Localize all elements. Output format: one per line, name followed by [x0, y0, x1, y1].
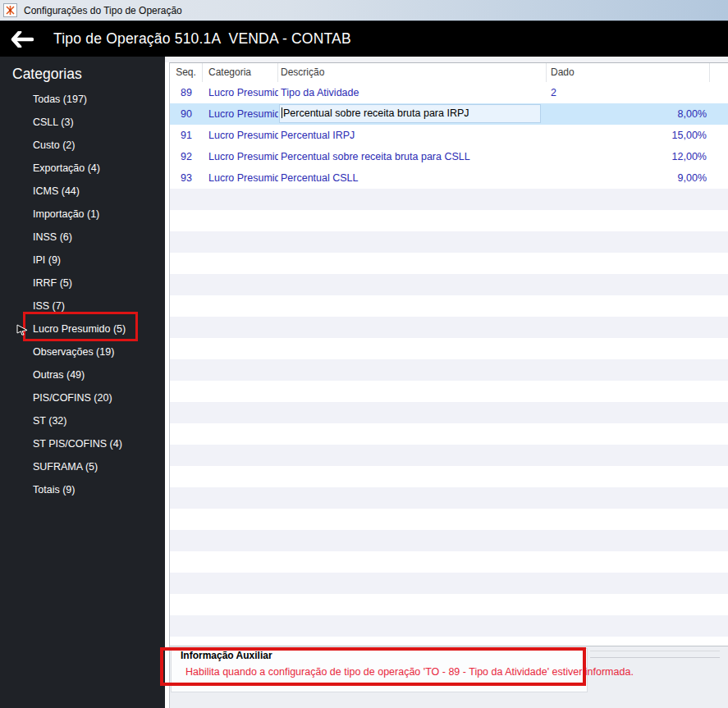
empty-table-row: [170, 615, 728, 637]
empty-table-row: [170, 253, 728, 274]
empty-table-row: [170, 231, 728, 253]
cell-descricao: Tipo da Atividade: [278, 82, 547, 103]
cell-descricao: Percentual sobre receita bruta para IRPJ: [278, 103, 547, 125]
grid-rows: 89Lucro PresumidoTipo da Atividade290Luc…: [170, 82, 728, 189]
table-row[interactable]: 89Lucro PresumidoTipo da Atividade2: [170, 82, 728, 103]
app-logo-icon: [3, 3, 17, 17]
cell-categoria: Lucro Presumido: [203, 82, 278, 103]
empty-table-row: [170, 402, 728, 423]
empty-table-row: [170, 551, 728, 573]
page-title: Tipo de Operação 510.1A VENDA - CONTAB: [53, 30, 351, 48]
cell-seq: 89: [170, 82, 203, 103]
aux-info-footer: Informação Auxiliar Habilita quando a co…: [170, 646, 728, 708]
cell-seq: 92: [170, 146, 203, 167]
cell-filler: [710, 103, 728, 125]
sidebar-item[interactable]: Todas (197): [33, 88, 165, 111]
cell-categoria: Lucro Presumido: [203, 167, 278, 189]
column-header-filler: [710, 63, 728, 82]
empty-table-row: [170, 317, 728, 338]
sidebar-item[interactable]: Outras (49): [33, 363, 165, 386]
grid-panel: Seq. Categoria Descrição Dado 89Lucro Pr…: [169, 62, 728, 708]
sidebar-item[interactable]: Custo (2): [33, 134, 165, 157]
empty-table-row: [170, 445, 728, 466]
cell-descricao: Percentual sobre receita bruta para CSLL: [278, 146, 547, 167]
starburst-glyph: [5, 5, 16, 16]
cell-dado: 12,00%: [547, 146, 710, 167]
cell-dado: 8,00%: [547, 103, 710, 125]
cell-descricao: Percentual IRPJ: [278, 125, 547, 146]
empty-table-row: [170, 509, 728, 530]
table-row[interactable]: 90Lucro PresumidoPercentual sobre receit…: [170, 103, 728, 125]
empty-table-row: [170, 295, 728, 317]
sidebar-item-label: Todas (197): [33, 94, 87, 105]
empty-table-row: [170, 423, 728, 445]
column-header-dado[interactable]: Dado: [547, 63, 710, 82]
sidebar-item-label: Lucro Presumido (5): [33, 323, 126, 335]
cell-filler: [710, 167, 728, 189]
sidebar-item-label: Custo (2): [33, 139, 75, 151]
sidebar-item[interactable]: ISS (7): [33, 295, 165, 317]
sidebar-list: Todas (197)CSLL (3)Custo (2)Exportação (…: [0, 88, 165, 501]
empty-table-row: [170, 487, 728, 509]
empty-table-row: [170, 274, 728, 295]
sidebar-item[interactable]: ST (32): [33, 409, 165, 432]
sidebar-item[interactable]: SUFRAMA (5): [33, 455, 165, 478]
cell-categoria: Lucro Presumido: [203, 103, 278, 125]
empty-table-row: [170, 594, 728, 615]
sidebar-item-label: Outras (49): [33, 369, 85, 381]
text-caret-icon: [282, 107, 282, 118]
sidebar-item-label: ST PIS/COFINS (4): [33, 438, 122, 450]
inline-edit-input[interactable]: Percentual sobre receita bruta para IRPJ: [279, 104, 541, 123]
cell-categoria: Lucro Presumido: [203, 125, 278, 146]
sidebar-item[interactable]: Observações (19): [33, 340, 165, 363]
aux-info-legend: Informação Auxiliar: [181, 650, 272, 661]
cell-categoria: Lucro Presumido: [203, 146, 278, 167]
sidebar-item-label: SUFRAMA (5): [33, 461, 98, 473]
table-row[interactable]: 91Lucro PresumidoPercentual IRPJ15,00%: [170, 125, 728, 146]
empty-table-row: [170, 338, 728, 359]
main-area: Seq. Categoria Descrição Dado 89Lucro Pr…: [165, 57, 728, 708]
mouse-cursor-icon: [16, 321, 28, 344]
table-row[interactable]: 93Lucro PresumidoPercentual CSLL9,00%: [170, 167, 728, 189]
sidebar-item[interactable]: PIS/COFINS (20): [33, 386, 165, 409]
table-row[interactable]: 92Lucro PresumidoPercentual sobre receit…: [170, 146, 728, 167]
sidebar-item-label: PIS/COFINS (20): [33, 392, 112, 404]
sidebar-item[interactable]: INSS (6): [33, 226, 165, 249]
sidebar-item[interactable]: IPI (9): [33, 249, 165, 272]
empty-table-row: [170, 189, 728, 210]
sidebar-item[interactable]: ICMS (44): [33, 180, 165, 203]
sidebar-item-label: Importação (1): [33, 208, 99, 220]
cell-filler: [710, 82, 728, 103]
column-header-descricao[interactable]: Descrição: [278, 63, 547, 82]
cell-descricao: Percentual CSLL: [278, 167, 547, 189]
sidebar-item-label: Totais (9): [33, 484, 75, 496]
sidebar-item[interactable]: Importação (1): [33, 203, 165, 226]
column-header-seq[interactable]: Seq.: [170, 63, 203, 82]
empty-table-row: [170, 359, 728, 381]
sidebar-item-label: Observações (19): [33, 346, 114, 358]
empty-table-row: [170, 637, 728, 646]
sidebar-item[interactable]: CSLL (3): [33, 111, 165, 134]
aux-info-message: Habilita quando a configuração de tipo d…: [185, 666, 634, 678]
grid-header-row: Seq. Categoria Descrição Dado: [170, 63, 728, 82]
window-title: Configurações do Tipo de Operação: [24, 5, 182, 16]
sidebar-heading: Categorias: [0, 57, 165, 85]
cell-seq: 93: [170, 167, 203, 189]
sidebar-item-label: ICMS (44): [33, 185, 80, 197]
sidebar-item-label: INSS (6): [33, 231, 72, 243]
sidebar-item-label: ISS (7): [33, 300, 65, 312]
back-button[interactable]: [11, 30, 35, 48]
cell-dado: 2: [547, 82, 710, 103]
empty-rows-area: [170, 189, 728, 646]
column-header-categoria[interactable]: Categoria: [203, 63, 278, 82]
sidebar-item[interactable]: IRRF (5): [33, 272, 165, 295]
sidebar-item[interactable]: Exportação (4): [33, 157, 165, 180]
groupbox-border-line: [590, 651, 720, 651]
sidebar-item[interactable]: Totais (9): [33, 478, 165, 501]
sidebar-item[interactable]: Lucro Presumido (5): [33, 317, 165, 340]
empty-table-row: [170, 573, 728, 594]
sidebar-item[interactable]: ST PIS/COFINS (4): [33, 432, 165, 455]
cell-seq: 90: [170, 103, 203, 125]
cell-dado: 9,00%: [547, 167, 710, 189]
categories-sidebar: Categorias Todas (197)CSLL (3)Custo (2)E…: [0, 57, 165, 708]
